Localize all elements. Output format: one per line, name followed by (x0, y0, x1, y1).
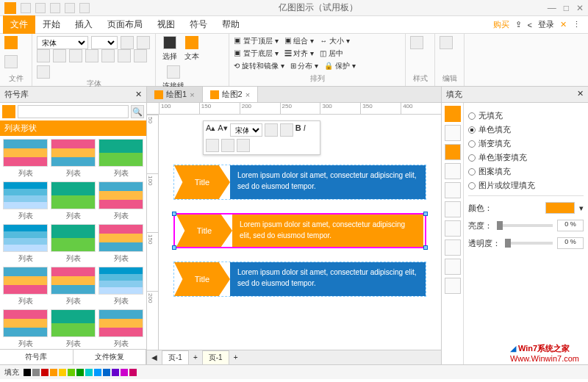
shape-item[interactable]: 列表 (98, 309, 143, 349)
tab-help[interactable]: 帮助 (215, 15, 247, 34)
panel-close-icon[interactable]: ✕ (577, 89, 584, 100)
palette-color[interactable] (41, 369, 49, 376)
lib-tab-recovery[interactable]: 文件恢复 (74, 350, 147, 364)
brush-icon[interactable] (4, 36, 18, 49)
color-dropdown-icon[interactable]: ▾ (579, 203, 584, 213)
export-icon[interactable]: ⇪ (515, 20, 522, 29)
palette-color[interactable] (129, 369, 137, 376)
undo-icon[interactable] (79, 3, 90, 13)
bullet-icon[interactable] (118, 49, 131, 62)
line-tab-icon[interactable] (445, 125, 461, 141)
help-tab-icon[interactable] (445, 278, 461, 294)
layer-tab-icon[interactable] (445, 220, 461, 237)
font-size-select[interactable] (91, 36, 118, 49)
more-font-icon[interactable] (37, 65, 50, 79)
comment-tab-icon[interactable] (445, 259, 461, 275)
shape-item[interactable]: 列表 (51, 309, 96, 349)
tab-layout[interactable]: 页面布局 (100, 15, 150, 34)
page-add-button[interactable]: + (193, 353, 198, 361)
search-icon[interactable]: 🔍 (131, 105, 144, 118)
font-name-select[interactable]: 宋体 (37, 36, 88, 49)
open-icon[interactable] (35, 3, 46, 13)
shape-item[interactable]: 列表 (98, 224, 143, 264)
palette-color[interactable] (59, 369, 66, 376)
float-bullet-icon[interactable] (221, 139, 234, 152)
palette-color[interactable] (76, 369, 84, 376)
list-shape-1[interactable]: Title Lorem ipsum dolor sit amet, consec… (173, 165, 426, 200)
shape-item[interactable]: 列表 (51, 181, 96, 221)
shape-item[interactable]: 列表 (51, 224, 96, 264)
connector-tool-icon[interactable] (167, 65, 180, 79)
palette-color[interactable] (121, 369, 128, 376)
font-grow-icon[interactable] (121, 36, 134, 49)
palette-color[interactable] (103, 369, 110, 376)
palette-color[interactable] (94, 369, 101, 376)
resize-handle[interactable] (172, 245, 176, 250)
category-header[interactable]: 列表形状 (0, 120, 146, 136)
shape-item[interactable]: 列表 (98, 139, 143, 179)
page-tab-1[interactable]: 页-1 (162, 350, 189, 365)
page-tab-2[interactable]: 页-1 (202, 350, 229, 365)
font-shrink-icon[interactable] (137, 36, 150, 49)
minimize-button[interactable]: — (548, 3, 556, 13)
select-tool-icon[interactable] (163, 36, 176, 49)
resize-handle[interactable] (172, 212, 176, 216)
palette-color[interactable] (112, 369, 119, 376)
size-button[interactable]: ↔ 大小 ▾ (320, 36, 350, 46)
tab-start[interactable]: 开始 (35, 15, 68, 34)
buy-link[interactable]: 购买 (493, 19, 509, 30)
shadow-tab-icon[interactable] (445, 182, 461, 198)
protect-button[interactable]: 🔒 保护 ▾ (324, 61, 356, 71)
fill-gradient-radio[interactable]: 渐变填充 (468, 138, 584, 149)
shape-item[interactable]: 列表 (51, 139, 96, 179)
paste-icon[interactable] (4, 55, 18, 68)
rotate-button[interactable]: ⟲ 旋转和镜像 ▾ (234, 61, 284, 71)
fill-solid-radio[interactable]: 单色填充 (468, 124, 584, 135)
lib-add-icon[interactable] (2, 105, 15, 118)
close-button[interactable]: ✕ (576, 3, 584, 13)
underline-icon[interactable] (69, 49, 82, 62)
palette-color[interactable] (50, 369, 57, 376)
distribute-button[interactable]: ⊞ 分布 ▾ (290, 61, 319, 71)
fill-pattern-radio[interactable]: 图案填充 (468, 166, 584, 177)
image-tab-icon[interactable] (445, 163, 461, 179)
font-grow-icon[interactable]: A▴ (206, 123, 215, 137)
text-tool-icon[interactable] (185, 36, 198, 49)
brightness-slider[interactable] (497, 224, 553, 227)
menu-icon[interactable]: ⋮ (573, 20, 581, 29)
shape-item[interactable]: 列表 (3, 267, 48, 306)
lib-close-icon[interactable]: ✕ (135, 90, 142, 99)
color-icon[interactable] (85, 49, 98, 62)
list-shape-2-selected[interactable]: Title Lorem ipsum dolor sit amet, consec… (173, 213, 426, 248)
align-button[interactable]: ☰ 对齐 ▾ (284, 48, 315, 59)
fill-image-radio[interactable]: 图片或纹理填充 (468, 180, 584, 191)
float-link-icon[interactable] (237, 139, 250, 152)
shape-item[interactable]: 列表 (98, 267, 143, 306)
close-tab-icon[interactable]: × (245, 90, 250, 99)
list-shape-3[interactable]: Title Lorem ipsum dolor sit amet, consec… (173, 262, 426, 297)
float-align-icon[interactable] (206, 139, 219, 152)
italic-icon[interactable] (53, 49, 66, 62)
tab-insert[interactable]: 插入 (68, 15, 100, 34)
save-icon[interactable] (50, 3, 60, 13)
fill-mono-radio[interactable]: 单色渐变填充 (468, 152, 584, 163)
bold-icon[interactable] (37, 49, 50, 62)
center-button[interactable]: ◫ 居中 (320, 48, 343, 59)
close-tab-icon[interactable]: × (190, 90, 194, 99)
tab-view[interactable]: 视图 (150, 15, 182, 34)
bring-front-button[interactable]: ▣ 置于顶层 ▾ (234, 36, 279, 46)
maximize-button[interactable]: □ (564, 3, 569, 13)
palette-color[interactable] (68, 369, 75, 376)
lib-search-input[interactable] (18, 105, 129, 118)
float-font-select[interactable]: 宋体 (230, 123, 262, 137)
edit-icon[interactable] (440, 36, 453, 49)
doc-tab-1[interactable]: 绘图1× (147, 87, 203, 102)
float-brush-icon[interactable] (280, 123, 293, 137)
print-icon[interactable] (65, 3, 75, 13)
palette-color[interactable] (32, 369, 40, 376)
page-nav-prev[interactable]: ◀ (151, 353, 157, 361)
fill-none-radio[interactable]: 无填充 (468, 110, 584, 121)
send-back-button[interactable]: ▣ 置于底层 ▾ (234, 48, 279, 59)
tab-file[interactable]: 文件 (3, 15, 35, 34)
brightness-value[interactable]: 0 % (557, 220, 584, 231)
